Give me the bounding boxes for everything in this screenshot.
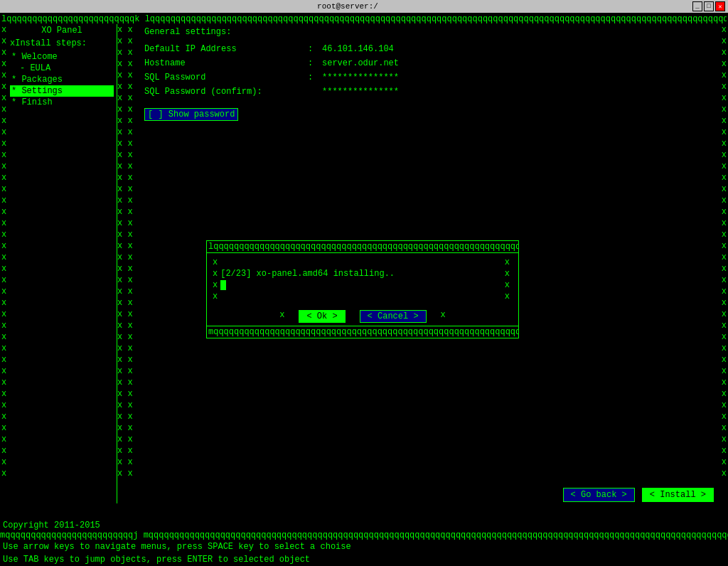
- maximize-button[interactable]: □: [704, 1, 714, 11]
- left-border: x x x x x x x x x x x x x x x x x x x x …: [1, 24, 7, 503]
- help-text-area: Use arrow keys to navigate menus, press …: [0, 540, 728, 566]
- dialog-content: x x x [2/23] xo-panel.amd64 installing..…: [207, 253, 518, 306]
- dialog-row-msg: x [2/23] xo-panel.amd64 installing.. x: [213, 269, 513, 279]
- dialog-row-x1: x x: [213, 257, 513, 267]
- copyright-text: Copyright 2011-2015: [3, 520, 100, 530]
- bottom-copyright-line: Copyright 2011-2015: [0, 520, 728, 530]
- field-row-sql-pw-confirm: SQL Password (confirm): ***************: [144, 87, 712, 97]
- field-value-sql-pw[interactable]: ***************: [322, 73, 399, 82]
- field-value-hostname[interactable]: server.odur.net: [322, 58, 399, 68]
- terminal: lqqqqqqqqqqqqqqqqqqqqqqqqqk lqqqqqqqqqqq…: [0, 13, 728, 566]
- dialog-bottom-border: mqqqqqqqqqqqqqqqqqqqqqqqqqqqqqqqqqqqqqqq…: [207, 326, 518, 338]
- field-row-ip: Default IP Address : 46.101.146.104: [144, 44, 712, 54]
- mid-border: x x x x x x x x x x x x x x x x x x x x …: [117, 24, 139, 503]
- field-value-ip[interactable]: 46.101.146.104: [322, 44, 394, 54]
- dialog-row-cursor: x x: [213, 280, 513, 290]
- field-value-sql-pw-confirm[interactable]: ***************: [322, 87, 399, 97]
- field-row-hostname: Hostname : server.odur.net: [144, 58, 712, 68]
- install-button[interactable]: < Install >: [642, 488, 714, 502]
- colon-hostname: :: [308, 58, 322, 68]
- sidebar-item-welcome[interactable]: * Welcome: [10, 51, 114, 63]
- dialog-msg-left-x: x: [213, 269, 218, 279]
- close-button[interactable]: ✕: [715, 1, 725, 11]
- sidebar: XO Panel xInstall steps: * Welcome - EUL…: [7, 24, 117, 503]
- dialog-left-border-x: x: [279, 310, 284, 323]
- main-area: x x x x x x x x x x x x x x x x x x x x …: [1, 24, 727, 503]
- install-steps-label: xInstall steps:: [10, 38, 114, 48]
- section-title: General settings:: [144, 27, 712, 37]
- help-line-1: Use arrow keys to navigate menus, press …: [3, 540, 728, 553]
- bottom-buttons-area: < Go back > < Install >: [563, 488, 714, 502]
- dialog-buttons: x < Ok > < Cancel > x: [207, 310, 518, 323]
- sidebar-item-finish[interactable]: * Finish: [10, 97, 114, 108]
- dialog-top-border: lqqqqqqqqqqqqqqqqqqqqqqqqqqqqqqqqqqqqqqq…: [207, 241, 518, 253]
- content-area: General settings: Default IP Address : 4…: [139, 24, 718, 503]
- top-border-line: lqqqqqqqqqqqqqqqqqqqqqqqqqk lqqqqqqqqqqq…: [1, 14, 727, 24]
- dialog-ok-button[interactable]: < Ok >: [299, 310, 345, 323]
- go-back-button[interactable]: < Go back >: [563, 488, 635, 502]
- dialog-cancel-button[interactable]: < Cancel >: [360, 310, 427, 323]
- dialog-msg-right-x: x: [505, 269, 510, 279]
- dialog-install-msg: [2/23] xo-panel.amd64 installing..: [220, 269, 395, 279]
- sidebar-item-eula[interactable]: - EULA: [10, 63, 114, 74]
- help-line-2: Use TAB keys to jump objects, press ENTE…: [3, 553, 728, 566]
- title-bar: root@server:/ _ □ ✕: [0, 0, 728, 13]
- panel-title: XO Panel: [10, 26, 114, 36]
- field-label-sql-pw: SQL Password: [144, 73, 308, 82]
- field-label-hostname: Hostname: [144, 58, 308, 68]
- dialog-right-border-x: x: [441, 310, 446, 323]
- progress-dialog: lqqqqqqqqqqqqqqqqqqqqqqqqqqqqqqqqqqqqqqq…: [206, 240, 519, 338]
- dialog-right-x: x: [505, 257, 510, 267]
- field-row-sql-pw: SQL Password : ***************: [144, 73, 712, 82]
- window-controls[interactable]: _ □ ✕: [692, 1, 725, 11]
- colon-ip: :: [308, 44, 322, 54]
- dialog-cursor-right-x: x: [505, 280, 510, 290]
- bottom-area: Copyright 2011-2015 mqqqqqqqqqqqqqqqqqqq…: [0, 520, 728, 566]
- dialog-cursor: [220, 280, 226, 290]
- right-border: x x x x x x x x x x x x x x x x x x x x …: [718, 24, 727, 503]
- field-label-ip: Default IP Address: [144, 44, 308, 54]
- dialog-left-x: x: [213, 257, 218, 267]
- show-password-checkbox[interactable]: [ ] Show password: [144, 108, 238, 121]
- dialog-empty-left-x: x: [213, 292, 218, 301]
- dialog-empty-right-x: x: [505, 292, 510, 301]
- sidebar-item-settings[interactable]: * Settings: [10, 85, 114, 97]
- sidebar-item-packages[interactable]: * Packages: [10, 74, 114, 85]
- colon-sql-pw: :: [308, 73, 322, 82]
- dialog-row-x2: x x: [213, 292, 513, 301]
- field-label-sql-pw-confirm: SQL Password (confirm):: [144, 87, 308, 97]
- bottom-border-line: mqqqqqqqqqqqqqqqqqqqqqqqqqj mqqqqqqqqqqq…: [0, 530, 728, 540]
- minimize-button[interactable]: _: [692, 1, 702, 11]
- dialog-cursor-left-x: x: [213, 280, 218, 290]
- window-title: root@server:/: [3, 2, 692, 11]
